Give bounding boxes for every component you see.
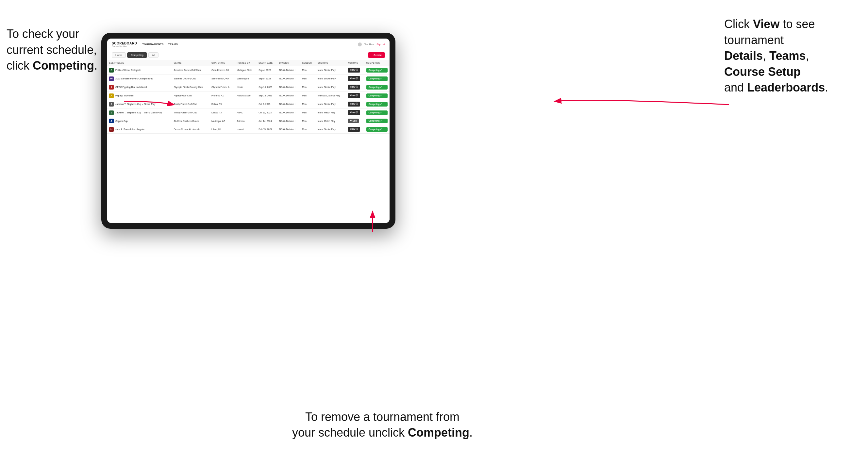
actions-cell: View ⓘ bbox=[346, 74, 364, 83]
nav-links: TOURNAMENTS TEAMS bbox=[142, 43, 358, 46]
view-button[interactable]: View ⓘ bbox=[348, 85, 360, 90]
logo-title: SCOREBOARD bbox=[112, 42, 137, 45]
nav-teams[interactable]: TEAMS bbox=[168, 43, 178, 46]
city-state-cell: Sammamish, WA bbox=[210, 74, 235, 83]
start-date-cell: Jan 14, 2024 bbox=[256, 117, 277, 125]
competing-badge[interactable]: Competing ✓ bbox=[366, 102, 388, 106]
competing-cell: Competing ✓ bbox=[364, 100, 390, 108]
view-button[interactable]: View ⓘ bbox=[348, 76, 360, 81]
competing-badge[interactable]: Competing ✓ bbox=[366, 127, 388, 132]
subnav: Home Competing All + Create bbox=[107, 50, 390, 60]
division-cell: NCAA Division I bbox=[277, 125, 300, 134]
event-name-cell: A Papago Individual bbox=[107, 92, 172, 100]
view-button[interactable]: View ⓘ bbox=[348, 127, 360, 132]
competing-badge[interactable]: Competing ✓ bbox=[366, 93, 388, 98]
annotation-line2: current schedule, bbox=[6, 43, 97, 57]
annotation-tr-to-see: to see bbox=[779, 17, 815, 31]
signout-link[interactable]: Sign out bbox=[376, 43, 385, 45]
annotation-tr-leaderboards: Leaderboards bbox=[747, 81, 825, 94]
col-event-name: EVENT NAME bbox=[107, 60, 172, 66]
city-state-cell: Grand Haven, MI bbox=[210, 66, 235, 74]
competing-badge[interactable]: Competing ✓ bbox=[366, 85, 388, 90]
hosted-by-cell: Hawaii bbox=[235, 125, 257, 134]
filter-competing[interactable]: Competing bbox=[127, 52, 147, 58]
logo-powered: Powered by clippi bbox=[112, 45, 137, 47]
col-actions: ACTIONS bbox=[346, 60, 364, 66]
user-icon bbox=[358, 42, 362, 46]
event-name-cell: S Folds of Honor Collegiate bbox=[107, 66, 172, 74]
competing-badge[interactable]: Competing ✓ bbox=[366, 119, 388, 123]
event-name-cell: I OFCC Fighting Illini Invitational bbox=[107, 83, 172, 92]
filter-all[interactable]: All bbox=[148, 52, 158, 58]
col-competing: COMPETING bbox=[364, 60, 390, 66]
start-date-cell: Sep 4, 2023 bbox=[256, 66, 277, 74]
competing-cell: Competing ✓ bbox=[364, 125, 390, 134]
annotation-tr-and: and bbox=[724, 81, 747, 94]
city-state-cell: Phoenix, AZ bbox=[210, 92, 235, 100]
gender-cell: Men bbox=[300, 100, 315, 108]
create-button[interactable]: + Create bbox=[368, 52, 385, 58]
annotation-tr-tournament: tournament bbox=[724, 33, 784, 47]
city-state-cell: Dallas, TX bbox=[210, 108, 235, 117]
view-button[interactable]: View ⓘ bbox=[348, 93, 360, 98]
venue-cell: Papago Golf Club bbox=[172, 92, 210, 100]
scoreboard-logo: SCOREBOARD Powered by clippi bbox=[112, 42, 137, 47]
scoring-cell: team, Stroke Play bbox=[316, 125, 346, 134]
scoring-cell: team, Stroke Play bbox=[316, 74, 346, 83]
division-cell: NCAA Division I bbox=[277, 74, 300, 83]
hosted-by-cell: Illinois bbox=[235, 83, 257, 92]
table-row: W 2023 Sahalee Players Championship Saha… bbox=[107, 74, 390, 83]
division-cell: NCAA Division I bbox=[277, 83, 300, 92]
col-city-state: CITY, STATE bbox=[210, 60, 235, 66]
division-cell: NCAA Division I bbox=[277, 66, 300, 74]
competing-badge[interactable]: Competing ✓ bbox=[366, 111, 388, 115]
start-date-cell: Sep 9, 2023 bbox=[256, 74, 277, 83]
scoring-cell: team, Match Play bbox=[316, 117, 346, 125]
scoring-cell: team, Match Play bbox=[316, 108, 346, 117]
gender-cell: Men bbox=[300, 74, 315, 83]
competing-cell: Competing ✓ bbox=[364, 117, 390, 125]
competing-cell: Competing ✓ bbox=[364, 74, 390, 83]
gender-cell: Men bbox=[300, 117, 315, 125]
annotation-bottom-competing: Competing bbox=[408, 426, 469, 439]
start-date-cell: Oct 9, 2023 bbox=[256, 100, 277, 108]
view-button[interactable]: View ⓘ bbox=[348, 102, 360, 106]
annotation-line3: click bbox=[6, 59, 33, 72]
col-venue: VENUE bbox=[172, 60, 210, 66]
competing-badge[interactable]: Competing ✓ bbox=[366, 68, 388, 72]
event-name-cell: H John A. Burns Intercollegiate bbox=[107, 125, 172, 134]
table-row: J Jackson T. Stephens Cup – Stroke Play … bbox=[107, 100, 390, 108]
start-date-cell: Sep 18, 2023 bbox=[256, 92, 277, 100]
col-scoring: SCORING bbox=[316, 60, 346, 66]
event-name-cell: J Jackson T. Stephens Cup – Men's Match … bbox=[107, 108, 172, 117]
user-label: Test User bbox=[364, 43, 374, 45]
annotation-bottom-line2: your schedule unclick bbox=[292, 426, 408, 439]
venue-cell: Ocean Course At Hokuala bbox=[172, 125, 210, 134]
actions-cell: View ⓘ bbox=[346, 66, 364, 74]
scoring-cell: individual, Stroke Play bbox=[316, 92, 346, 100]
nav-right: Test User Sign out bbox=[358, 42, 385, 46]
annotation-bottom: To remove a tournament from your schedul… bbox=[268, 409, 497, 441]
view-button[interactable]: View ⓘ bbox=[348, 110, 360, 115]
table-row: H John A. Burns Intercollegiate Ocean Co… bbox=[107, 125, 390, 134]
nav-tournaments[interactable]: TOURNAMENTS bbox=[142, 43, 163, 46]
table-row: S Folds of Honor Collegiate American Dun… bbox=[107, 66, 390, 74]
table-container: EVENT NAME VENUE CITY, STATE HOSTED BY S… bbox=[107, 60, 390, 223]
view-button[interactable]: View ⓘ bbox=[348, 68, 360, 72]
filter-home[interactable]: Home bbox=[112, 52, 126, 58]
col-hosted-by: HOSTED BY bbox=[235, 60, 257, 66]
tablet: SCOREBOARD Powered by clippi TOURNAMENTS… bbox=[101, 33, 396, 229]
edit-button[interactable]: ✏ Edit bbox=[348, 119, 359, 123]
city-state-cell: Olympia Fields, IL bbox=[210, 83, 235, 92]
annotation-tr-view: View bbox=[753, 17, 779, 31]
division-cell: NCAA Division I bbox=[277, 108, 300, 117]
annotation-tr-teams: Teams bbox=[769, 49, 806, 62]
hosted-by-cell bbox=[235, 100, 257, 108]
start-date-cell: Feb 15, 2024 bbox=[256, 125, 277, 134]
annotation-tr-details: Details bbox=[724, 49, 763, 62]
hosted-by-cell: Arizona bbox=[235, 117, 257, 125]
city-state-cell: Dallas, TX bbox=[210, 100, 235, 108]
division-cell: NCAA Division I bbox=[277, 92, 300, 100]
competing-badge[interactable]: Competing ✓ bbox=[366, 76, 388, 81]
venue-cell: Olympia Fields Country Club bbox=[172, 83, 210, 92]
